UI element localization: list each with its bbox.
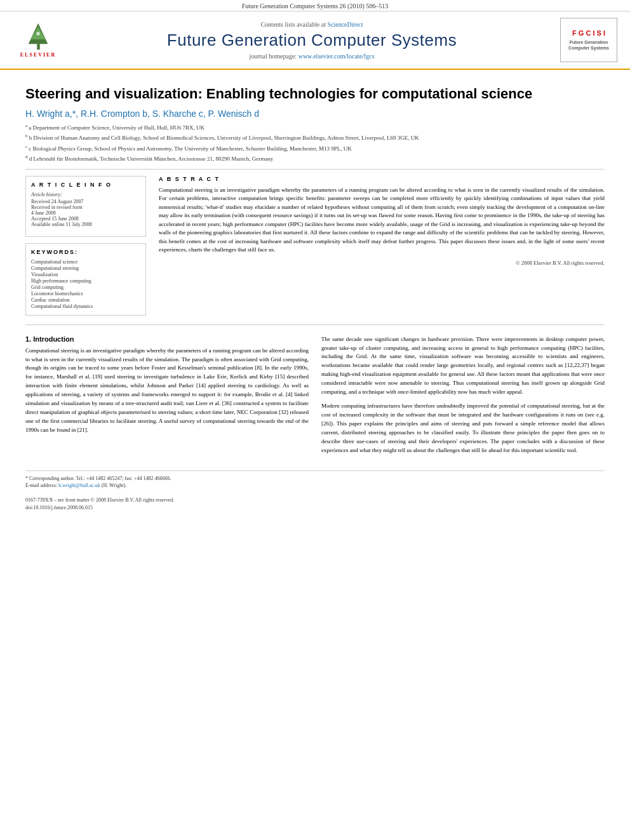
history-group: Article history: Received 24 August 2007…: [31, 192, 140, 227]
intro-paragraph-3: Modern computing infrastructures have th…: [321, 402, 605, 455]
science-direct-link[interactable]: ScienceDirect: [327, 21, 363, 28]
footnote-area: * Corresponding author. Tel.: +44 1482 4…: [25, 470, 605, 489]
journal-homepage: journal homepage: www.elsevier.com/locat…: [64, 53, 560, 60]
affiliation-b: b b Division of Human Anatomy and Cell B…: [25, 133, 605, 143]
divider-2: [25, 324, 605, 325]
affiliation-c: c c Biological Physics Group, School of …: [25, 143, 605, 154]
copyright-line: © 2008 Elsevier B.V. All rights reserved…: [159, 260, 605, 266]
intro-paragraph-2: The same decade saw significant changes …: [321, 335, 605, 397]
keyword-6: Cardiac simulation: [31, 297, 140, 303]
journal-citation: Future Generation Computer Systems 26 (2…: [242, 3, 389, 10]
footnote-email-name: (H. Wright).: [102, 483, 126, 488]
revised-label: Received in revised form: [31, 204, 140, 210]
keyword-3: High performance computing: [31, 278, 140, 284]
footnote-email-link[interactable]: h.wright@hull.ac.uk: [58, 483, 100, 488]
divider-1: [25, 169, 605, 170]
affiliation-a: a a Department of Computer Science, Univ…: [25, 123, 605, 133]
page: Future Generation Computer Systems 26 (2…: [0, 0, 630, 840]
elsevier-tree-icon: [21, 22, 56, 51]
keyword-7: Computational fluid dynamics: [31, 303, 140, 309]
article-info-box: A R T I C L E I N F O Article history: R…: [25, 176, 146, 237]
bottom-ids: 0167-739X/$ – see front matter © 2008 El…: [25, 497, 605, 512]
fgcs-subtext: Future GenerationComputer Systems: [568, 40, 609, 51]
article-info-label: A R T I C L E I N F O: [31, 182, 140, 188]
footnote-email-label: E-mail address:: [25, 483, 57, 488]
footnote-star: * Corresponding author. Tel.: +44 1482 4…: [25, 476, 171, 481]
elsevier-text: ELSEVIER: [20, 52, 56, 58]
history-label: Article history:: [31, 192, 140, 197]
issn-line: 0167-739X/$ – see front matter © 2008 El…: [25, 497, 605, 504]
keyword-1: Computational steering: [31, 265, 140, 271]
abstract-text: Computational steering is an investigati…: [159, 186, 605, 255]
intro-paragraph-1: Computational steering is an investigati…: [25, 347, 309, 435]
left-col: A R T I C L E I N F O Article history: R…: [25, 176, 146, 316]
keyword-5: Locomotor biomechanics: [31, 291, 140, 297]
svg-point-3: [36, 32, 39, 35]
accepted-label: Accepted 15 June 2008: [31, 216, 140, 222]
keyword-4: Grid computing: [31, 284, 140, 290]
body-left: 1. Introduction Computational steering i…: [25, 335, 309, 460]
content-area: Steering and visualization: Enabling tec…: [0, 70, 630, 524]
body-right: The same decade saw significant changes …: [321, 335, 605, 460]
right-col: A B S T R A C T Computational steering i…: [159, 176, 605, 316]
keywords-label: Keywords:: [31, 249, 140, 255]
authors-text: H. Wright a,*, R.H. Crompton b, S. Kharc…: [25, 109, 259, 119]
authors: H. Wright a,*, R.H. Crompton b, S. Kharc…: [25, 109, 605, 119]
article-info-abstract-section: A R T I C L E I N F O Article history: R…: [25, 176, 605, 316]
journal-header: ELSEVIER Contents lists available at Sci…: [0, 11, 630, 70]
journal-top-bar: Future Generation Computer Systems 26 (2…: [0, 0, 630, 11]
footnote-text: * Corresponding author. Tel.: +44 1482 4…: [25, 475, 605, 489]
revised-date: 4 June 2008: [31, 210, 140, 216]
science-direct-line: Contents lists available at ScienceDirec…: [64, 21, 560, 28]
intro-title: 1. Introduction: [25, 335, 309, 343]
keyword-0: Computational science: [31, 259, 140, 265]
fgcs-logo-text: F G C I S I: [568, 29, 609, 37]
abstract-label: A B S T R A C T: [159, 176, 605, 182]
keyword-2: Visualization: [31, 272, 140, 277]
online-label: Available online 11 July 2008: [31, 222, 140, 227]
journal-name: Future Generation Computer Systems: [64, 30, 560, 50]
article-title: Steering and visualization: Enabling tec…: [25, 85, 605, 103]
svg-rect-0: [37, 44, 40, 50]
homepage-link[interactable]: www.elsevier.com/locate/fgcs: [298, 53, 375, 60]
fgcs-logo: F G C I S I Future GenerationComputer Sy…: [560, 18, 617, 62]
affiliation-d: d d Lehrstuhl für Bioinformatik, Technis…: [25, 154, 605, 164]
journal-title-block: Contents lists available at ScienceDirec…: [64, 21, 560, 60]
body-two-col: 1. Introduction Computational steering i…: [25, 335, 605, 460]
doi-line: doi:10.1016/j.future.2008.06.015: [25, 504, 605, 512]
elsevier-logo: ELSEVIER: [13, 22, 64, 58]
keywords-box: Keywords: Computational science Computat…: [25, 243, 146, 316]
affiliations: a a Department of Computer Science, Univ…: [25, 123, 605, 164]
received-value: Received 24 August 2007: [31, 199, 140, 204]
